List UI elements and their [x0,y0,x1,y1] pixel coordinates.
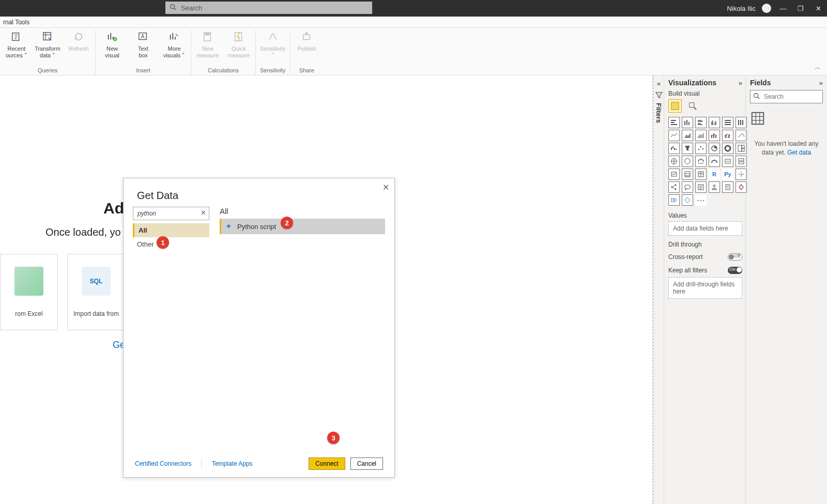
ribbon-group-calculations: New measure Quick measure Calculations [191,30,256,75]
more-visuals-button[interactable]: More visuals ˅ [162,30,187,58]
recent-sources-button[interactable]: Recent ources ˅ [4,30,29,58]
fields-collapse-icon[interactable]: » [819,79,823,87]
viz-filled-map[interactable] [682,156,693,167]
viz-power-automate[interactable] [668,194,680,206]
transform-label: Transform data ˅ [35,45,60,58]
viz-smart-narrative[interactable] [695,181,707,193]
viz-r-script[interactable]: R [709,169,720,180]
values-field-well[interactable]: Add data fields here [668,221,742,236]
viz-decomposition-tree[interactable] [668,181,680,193]
viz-clustered-bar[interactable] [695,117,707,128]
window-close[interactable]: ✕ [813,5,824,12]
viz-azure-map[interactable] [695,156,707,167]
svg-point-14 [702,148,704,150]
svg-line-1 [174,8,176,10]
template-apps-link[interactable]: Template Apps [212,460,253,467]
cancel-button[interactable]: Cancel [350,457,383,470]
viz-area[interactable] [682,130,693,141]
textbox-icon: A [136,30,150,43]
viz-table[interactable] [695,169,707,180]
ribbon-group-queries: Recent ources ˅ Transform data ˅ Refresh… [0,30,96,75]
new-measure-button[interactable]: New measure [195,30,220,58]
sensitivity-button[interactable]: Sensitivity ˅ [261,30,285,58]
filters-pane-collapsed[interactable]: « Filters [652,75,664,504]
viz-stacked-column[interactable] [682,117,693,128]
window-minimize[interactable]: — [777,5,789,12]
canvas: Ad Once loaded, yo rom Excel SQL Import … [0,75,652,504]
viz-qa[interactable] [682,181,693,193]
fields-search[interactable] [750,90,823,103]
connector-search[interactable] [133,207,209,220]
category-other[interactable]: Other [133,237,209,251]
group-label-queries: Queries [38,67,58,75]
refresh-icon [72,30,85,43]
new-visual-icon [105,30,119,43]
sensitivity-label: Sensitivity ˅ [260,45,286,58]
svg-rect-10 [303,35,310,39]
viz-waterfall[interactable] [668,143,680,154]
viz-more-icon[interactable]: ⋯ [695,194,707,206]
refresh-button[interactable]: Refresh [66,30,91,52]
viz-stacked-bar[interactable] [668,117,680,128]
ribbon-tab-external[interactable]: rnal Tools [0,19,33,26]
values-section-label: Values [668,212,742,219]
viz-gauge[interactable] [709,156,720,167]
viz-map[interactable] [668,156,680,167]
viz-donut[interactable] [722,143,733,154]
viz-line-stacked-column[interactable] [709,130,720,141]
svg-point-0 [171,5,175,9]
card-import-excel[interactable]: rom Excel [0,254,58,330]
titlebar: Nikola Ilic — ❐ ✕ [0,0,827,17]
viz-card[interactable] [722,156,733,167]
build-visual-label: Build visual [668,90,742,97]
ribbon-collapse-chevron-icon[interactable]: ︿ [815,63,821,72]
visualizations-pane: Visualizations » Build visual [664,75,745,504]
category-all[interactable]: All [133,223,209,237]
viz-slicer[interactable] [682,169,693,180]
keep-filters-toggle[interactable]: On [728,267,742,274]
search-icon [753,93,760,100]
group-label-calc: Calculations [208,67,239,75]
get-data-link[interactable]: Get data [787,149,811,156]
svg-rect-23 [739,162,744,164]
svg-rect-17 [738,145,742,151]
drillthrough-field-well[interactable]: Add drill-through fields here [668,277,742,299]
viz-kpi[interactable] [668,169,680,180]
viz-python-visual[interactable]: Py [722,169,733,180]
global-search[interactable] [165,2,372,14]
viz-pie[interactable] [709,143,720,154]
avatar[interactable] [762,4,771,13]
viz-100-bar[interactable] [722,117,733,128]
ribbon-group-insert: New visual A Text box More visuals ˅ Ins… [96,30,191,75]
certified-connectors-link[interactable]: Certified Connectors [135,460,191,467]
vis-collapse-icon[interactable]: » [739,79,742,87]
card-import-sql[interactable]: SQL Import data from [67,254,125,330]
viz-custom[interactable] [682,194,693,206]
format-visual-mode[interactable] [686,99,699,113]
text-box-button[interactable]: A Text box [131,30,156,58]
transform-data-button[interactable]: Transform data ˅ [35,30,60,58]
viz-stacked-area[interactable] [695,130,707,141]
window-restore[interactable]: ❐ [795,5,806,12]
viz-line-clustered-column[interactable] [722,130,733,141]
viz-funnel[interactable] [682,143,693,154]
sql-card-label: Import data from [73,310,119,317]
dialog-close-icon[interactable]: ✕ [382,182,389,192]
viz-paginated-report[interactable] [722,181,733,193]
svg-rect-8 [205,34,210,36]
expand-icon: « [657,80,661,87]
clear-search-icon[interactable]: ✕ [201,209,206,217]
new-visual-button[interactable]: New visual [100,30,125,58]
fields-empty-message: You haven't loaded any data yet. Get dat… [750,140,823,157]
cross-report-toggle[interactable]: Off [728,253,742,261]
connector-python-script[interactable]: ✦ Python script [220,219,385,234]
build-visual-mode[interactable] [668,99,682,113]
quick-measure-button[interactable]: Quick measure [226,30,251,58]
svg-line-35 [758,97,760,99]
viz-scatter[interactable] [695,143,707,154]
viz-line[interactable] [668,130,680,141]
connect-button[interactable]: Connect [309,457,345,470]
publish-button[interactable]: Publish [295,30,319,52]
viz-goals[interactable] [709,181,720,193]
viz-clustered-column[interactable] [709,117,720,128]
